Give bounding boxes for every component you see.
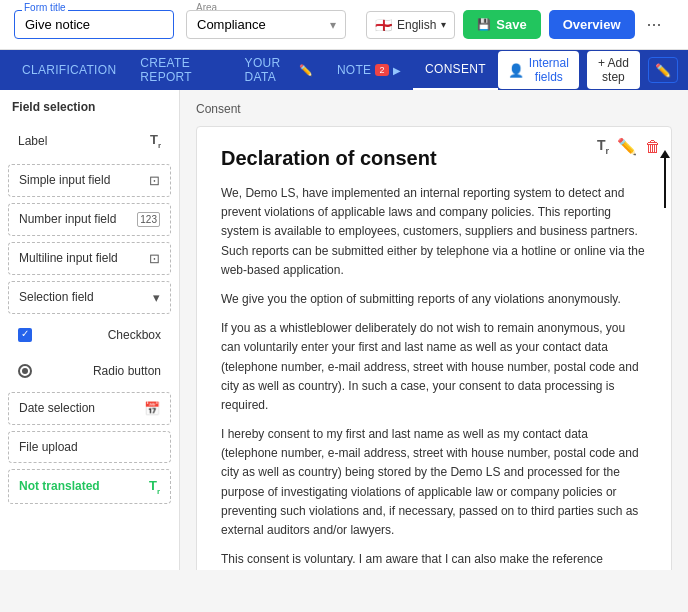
field-label-text: Label <box>18 134 47 148</box>
simple-input-label: Simple input field <box>19 173 110 187</box>
number-icon: 123 <box>137 212 160 227</box>
consent-card: Tr ✏️ 🗑 Declaration of consent We, Demo … <box>196 126 672 570</box>
form-title-input[interactable] <box>14 10 174 39</box>
edit-mode-button[interactable]: ✏️ <box>648 57 678 83</box>
more-button[interactable]: ··· <box>643 10 666 39</box>
multiline-icon: ⊡ <box>149 251 160 266</box>
edit-icon: ✏️ <box>299 64 313 77</box>
tabs-right-actions: 👤 Internal fields + Add step ✏️ <box>498 51 678 89</box>
save-label: Save <box>496 17 526 32</box>
dropdown-icon: ▾ <box>153 290 160 305</box>
arrow-indicator <box>660 150 670 208</box>
consent-paragraph-3: If you as a whistleblower deliberately d… <box>221 319 647 415</box>
radio-label: Radio button <box>93 364 161 378</box>
top-bar: Form title Area Compliance 🏴󠁧󠁢󠁥󠁮󠁧󠁿 Engli… <box>0 0 688 50</box>
consent-content: Consent Tr ✏️ 🗑 Declaration of consent W… <box>180 90 688 570</box>
consent-paragraph-1: We, Demo LS, have implemented an interna… <box>221 184 647 280</box>
form-title-label: Form title <box>22 2 68 13</box>
section-title: Consent <box>196 102 672 116</box>
internal-fields-label: Internal fields <box>529 56 569 84</box>
field-checkbox[interactable]: Checkbox <box>8 320 171 350</box>
radio-icon <box>18 364 32 378</box>
field-simple-input[interactable]: Simple input field ⊡ <box>8 164 171 197</box>
multiline-input-label: Multiline input field <box>19 251 118 265</box>
not-translated-label: Not translated <box>19 479 100 493</box>
tabs-bar: CLARIFICATION CREATE REPORT YOUR DATA ✏️… <box>0 50 688 90</box>
language-button[interactable]: 🏴󠁧󠁢󠁥󠁮󠁧󠁿 English ▾ <box>366 11 455 39</box>
field-number-input[interactable]: Number input field 123 <box>8 203 171 236</box>
sidebar-title: Field selection <box>8 100 171 114</box>
file-upload-label: File upload <box>19 440 78 454</box>
typography-icon: Tr <box>150 132 161 150</box>
consent-heading: Declaration of consent <box>221 147 647 170</box>
form-title-group: Form title <box>14 10 174 39</box>
field-selection[interactable]: Selection field ▾ <box>8 281 171 314</box>
flag-icon: 🏴󠁧󠁢󠁥󠁮󠁧󠁿 <box>375 17 392 33</box>
calendar-icon: 📅 <box>144 401 160 416</box>
arrow-line <box>664 158 666 208</box>
text-format-icon: Tr <box>597 137 609 156</box>
save-button[interactable]: 💾 Save <box>463 10 540 39</box>
right-controls: 🏴󠁧󠁢󠁥󠁮󠁧󠁿 English ▾ 💾 Save Overview ··· <box>366 10 666 39</box>
consent-paragraph-5: This consent is voluntary. I am aware th… <box>221 550 647 570</box>
tab-note[interactable]: NOTE 2 ▶ <box>325 50 413 90</box>
card-actions: Tr ✏️ 🗑 <box>597 137 661 156</box>
language-label: English <box>397 18 436 32</box>
selection-label: Selection field <box>19 290 94 304</box>
pencil-icon: ✏️ <box>655 63 671 78</box>
person-icon: 👤 <box>508 63 524 78</box>
add-step-button[interactable]: + Add step <box>587 51 640 89</box>
overview-button[interactable]: Overview <box>549 10 635 39</box>
card-delete-button[interactable]: 🗑 <box>645 138 661 156</box>
area-select[interactable]: Compliance <box>186 10 346 39</box>
area-group: Area Compliance <box>186 10 346 39</box>
tab-consent[interactable]: CONSENT <box>413 50 498 90</box>
consent-paragraph-4: I hereby consent to my first and last na… <box>221 425 647 540</box>
arrow-head <box>660 150 670 158</box>
field-file-upload[interactable]: File upload <box>8 431 171 463</box>
more-icon: ··· <box>647 14 662 34</box>
field-radio[interactable]: Radio button <box>8 356 171 386</box>
card-edit-button[interactable]: ✏️ <box>617 137 637 156</box>
area-select-wrap: Compliance <box>186 10 346 39</box>
date-label: Date selection <box>19 401 95 415</box>
overview-label: Overview <box>563 17 621 32</box>
number-input-label: Number input field <box>19 212 116 226</box>
note-badge: 2 <box>375 64 388 76</box>
field-not-translated[interactable]: Not translated Tr <box>8 469 171 505</box>
tab-create-report[interactable]: CREATE REPORT <box>128 50 232 90</box>
field-multiline-input[interactable]: Multiline input field ⊡ <box>8 242 171 275</box>
tab-your-data[interactable]: YOUR DATA ✏️ <box>233 50 325 90</box>
field-date[interactable]: Date selection 📅 <box>8 392 171 425</box>
field-label[interactable]: Label Tr <box>8 124 171 158</box>
arrow-icon: ▶ <box>393 65 401 76</box>
checkbox-icon <box>18 328 32 342</box>
internal-fields-button[interactable]: 👤 Internal fields <box>498 51 579 89</box>
tab-clarification[interactable]: CLARIFICATION <box>10 50 128 90</box>
sidebar: Field selection Label Tr Simple input fi… <box>0 90 180 570</box>
consent-paragraph-2: We give you the option of submitting rep… <box>221 290 647 309</box>
chevron-down-icon: ▾ <box>441 19 446 30</box>
checkbox-label: Checkbox <box>108 328 161 342</box>
add-step-label: + Add step <box>597 56 630 84</box>
main-content: Field selection Label Tr Simple input fi… <box>0 90 688 570</box>
input-icon: ⊡ <box>149 173 160 188</box>
translate-icon: Tr <box>149 478 160 496</box>
save-icon: 💾 <box>477 18 491 31</box>
